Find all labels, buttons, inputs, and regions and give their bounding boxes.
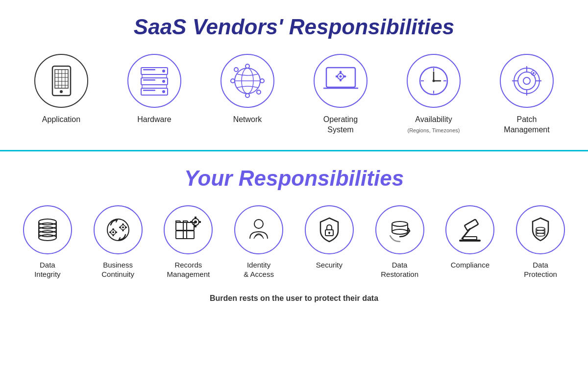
svg-point-50: [433, 80, 435, 82]
svg-point-21: [162, 90, 165, 93]
svg-point-26: [245, 64, 249, 68]
svg-rect-39: [336, 75, 338, 77]
svg-point-29: [260, 79, 264, 83]
data-protection-icon-circle: [516, 205, 565, 254]
svg-rect-38: [340, 79, 342, 81]
vendor-item-hardware: Hardware: [115, 54, 194, 125]
svg-point-16: [162, 80, 165, 83]
svg-point-103: [392, 229, 408, 234]
patch-label: PatchManagement: [504, 115, 549, 135]
svg-point-31: [257, 90, 261, 94]
svg-rect-95: [198, 221, 201, 223]
patch-icon-circle: [500, 54, 554, 108]
application-label: Application: [42, 115, 80, 125]
identity-access-icon-circle: [234, 205, 283, 254]
os-icon: [322, 65, 359, 97]
your-item-data-restoration: DataRestoration: [368, 205, 432, 279]
vendors-section: SaaS Vendors' Responsibilities: [0, 0, 588, 145]
vendors-icons-row: Application: [10, 54, 578, 135]
vendor-item-patch: PatchManagement: [488, 54, 566, 135]
patch-icon: [509, 63, 544, 98]
vendor-item-network: Network: [208, 54, 287, 125]
page-container: SaaS Vendors' Responsibilities: [0, 0, 588, 313]
svg-rect-12: [143, 69, 155, 71]
svg-rect-76: [112, 228, 114, 230]
your-item-data-protection: DataProtection: [509, 205, 572, 279]
svg-rect-82: [122, 223, 123, 225]
your-icons-row: DataIntegrity: [10, 205, 578, 279]
svg-point-30: [234, 68, 238, 72]
svg-point-59: [533, 72, 535, 74]
svg-rect-79: [115, 231, 117, 233]
application-icon-circle: [34, 54, 88, 108]
svg-point-75: [112, 231, 114, 233]
section-divider: [0, 150, 588, 151]
hardware-label: Hardware: [137, 115, 171, 125]
records-management-icon-circle: [164, 205, 213, 254]
business-continuity-icon: [103, 215, 133, 245]
data-restoration-icon-circle: [375, 205, 424, 254]
svg-rect-22: [143, 90, 155, 91]
vendor-item-application: Application: [22, 54, 100, 125]
your-title: Your Responsibilities: [10, 166, 578, 191]
your-item-business-continuity: BusinessContinuity: [86, 205, 150, 279]
svg-rect-78: [109, 231, 111, 233]
data-integrity-icon: [33, 215, 62, 245]
identity-access-icon: [244, 215, 273, 245]
compliance-icon: [455, 215, 485, 245]
hardware-icon-circle: [127, 54, 181, 108]
svg-point-11: [162, 70, 165, 73]
your-item-data-integrity: DataIntegrity: [16, 205, 79, 279]
compliance-icon-circle: [445, 205, 494, 254]
svg-point-111: [536, 230, 545, 233]
identity-access-label: Identity& Access: [244, 260, 274, 279]
availability-label: Availability(Regions, Timezones): [408, 115, 460, 135]
your-item-records-management: RecordsManagement: [156, 205, 220, 279]
network-icon: [230, 63, 265, 98]
os-icon-circle: [314, 54, 368, 108]
your-item-identity-access: Identity& Access: [227, 205, 291, 279]
application-icon: [46, 64, 77, 98]
your-section: Your Responsibilities: [0, 161, 588, 313]
records-management-label: RecordsManagement: [167, 260, 210, 279]
svg-point-114: [536, 233, 545, 236]
svg-point-96: [254, 220, 263, 228]
os-label: OperatingSystem: [323, 115, 358, 135]
svg-rect-104: [465, 219, 479, 230]
svg-point-57: [523, 77, 530, 84]
data-restoration-label: DataRestoration: [381, 260, 418, 279]
availability-icon-circle: [407, 54, 461, 108]
data-protection-label: DataProtection: [524, 260, 557, 279]
svg-rect-93: [195, 225, 196, 227]
network-label: Network: [233, 115, 262, 125]
records-management-icon: [173, 215, 203, 245]
svg-rect-107: [463, 237, 477, 240]
svg-rect-89: [183, 231, 194, 239]
svg-rect-85: [125, 226, 127, 228]
svg-point-9: [60, 90, 63, 93]
your-item-compliance: Compliance: [438, 205, 502, 270]
your-item-security: Security: [297, 205, 361, 270]
svg-rect-99: [329, 233, 330, 234]
compliance-label: Compliance: [451, 260, 490, 270]
svg-rect-17: [143, 79, 155, 81]
svg-rect-77: [112, 234, 114, 236]
data-protection-icon: [526, 215, 555, 245]
svg-rect-83: [122, 229, 123, 231]
network-icon-circle: [220, 54, 274, 108]
security-icon-circle: [305, 205, 354, 254]
availability-icon: [416, 63, 451, 98]
footer-note: Burden rests on the user to protect thei…: [10, 294, 578, 303]
svg-rect-86: [176, 222, 187, 230]
svg-rect-94: [190, 221, 193, 223]
svg-rect-92: [195, 217, 196, 219]
data-restoration-icon: [385, 215, 415, 245]
business-continuity-icon-circle: [94, 205, 143, 254]
svg-point-36: [339, 75, 342, 77]
business-continuity-label: BusinessContinuity: [101, 260, 134, 279]
vendor-item-availability: Availability(Regions, Timezones): [394, 54, 473, 135]
security-label: Security: [316, 260, 343, 270]
svg-rect-84: [119, 226, 121, 228]
svg-point-52: [518, 72, 536, 90]
hardware-icon: [137, 65, 172, 97]
